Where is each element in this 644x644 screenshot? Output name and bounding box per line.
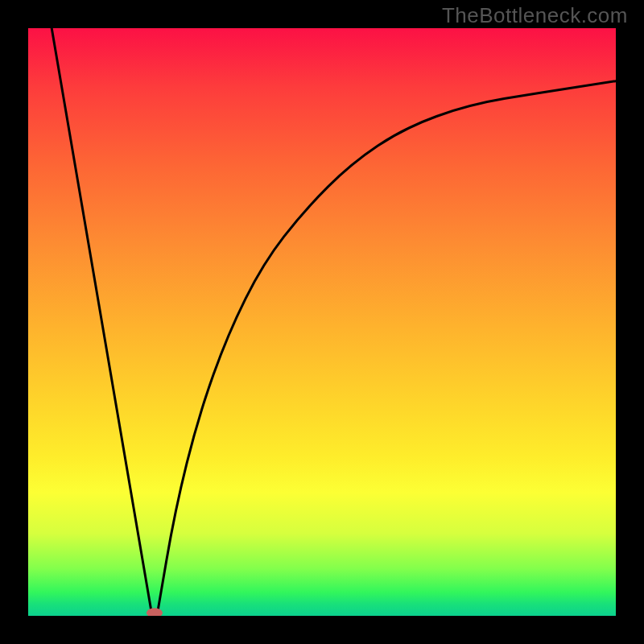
curve-layer	[28, 28, 616, 616]
left-branch-curve	[52, 28, 151, 613]
plot-area	[28, 28, 616, 616]
watermark-text: TheBottleneck.com	[442, 3, 628, 28]
right-branch-curve	[158, 81, 616, 613]
optimum-marker	[147, 608, 163, 616]
chart-frame: TheBottleneck.com	[0, 0, 644, 644]
